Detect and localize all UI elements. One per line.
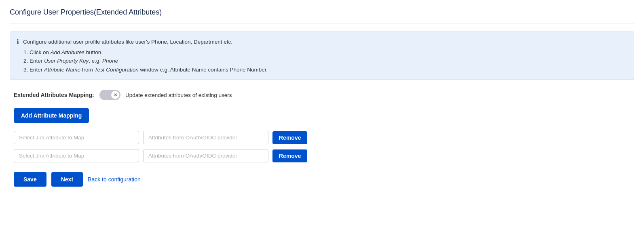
page-title: Configure User Properties(Extended Attri… (10, 8, 634, 23)
add-attribute-mapping-button[interactable]: Add Attribute Mapping (14, 108, 89, 123)
oauth-attribute-input-1[interactable] (143, 131, 268, 144)
jira-attribute-input-1[interactable] (14, 131, 139, 144)
action-row: Save Next Back to configuration (14, 172, 634, 187)
back-to-configuration-link[interactable]: Back to configuration (88, 176, 141, 183)
save-button[interactable]: Save (14, 172, 46, 187)
table-row: Remove (14, 149, 634, 162)
attribute-rows-container: Remove Remove (14, 131, 634, 162)
table-row: Remove (14, 131, 634, 144)
info-main-text: Configure additional user profile attrib… (23, 39, 232, 45)
page-container: Configure User Properties(Extended Attri… (0, 0, 644, 195)
next-button[interactable]: Next (51, 172, 83, 187)
info-step-1: Click on Add Attributes button. (30, 48, 268, 57)
info-content: Configure additional user profile attrib… (23, 38, 268, 74)
jira-attribute-input-2[interactable] (14, 149, 139, 162)
info-steps-list: Click on Add Attributes button. Enter Us… (30, 48, 268, 74)
mapping-section: Extended Attributes Mapping: ✕ Update ex… (10, 90, 634, 187)
extended-attributes-toggle[interactable]: ✕ (99, 90, 120, 100)
toggle-knob: ✕ (111, 91, 119, 99)
info-step-3: Enter Attribute Name from Test Configura… (30, 65, 268, 74)
remove-button-1[interactable]: Remove (272, 131, 307, 144)
toggle-description: Update extended attributes of existing u… (125, 92, 232, 98)
info-box: ℹ Configure additional user profile attr… (10, 32, 634, 80)
info-step-2: Enter User Property Key, e.g. Phone (30, 57, 268, 65)
remove-button-2[interactable]: Remove (272, 149, 307, 162)
info-icon: ℹ (17, 38, 19, 46)
toggle-x-icon: ✕ (114, 93, 117, 97)
toggle-row: Extended Attributes Mapping: ✕ Update ex… (14, 90, 634, 100)
oauth-attribute-input-2[interactable] (143, 149, 268, 162)
toggle-label: Extended Attributes Mapping: (14, 92, 95, 98)
